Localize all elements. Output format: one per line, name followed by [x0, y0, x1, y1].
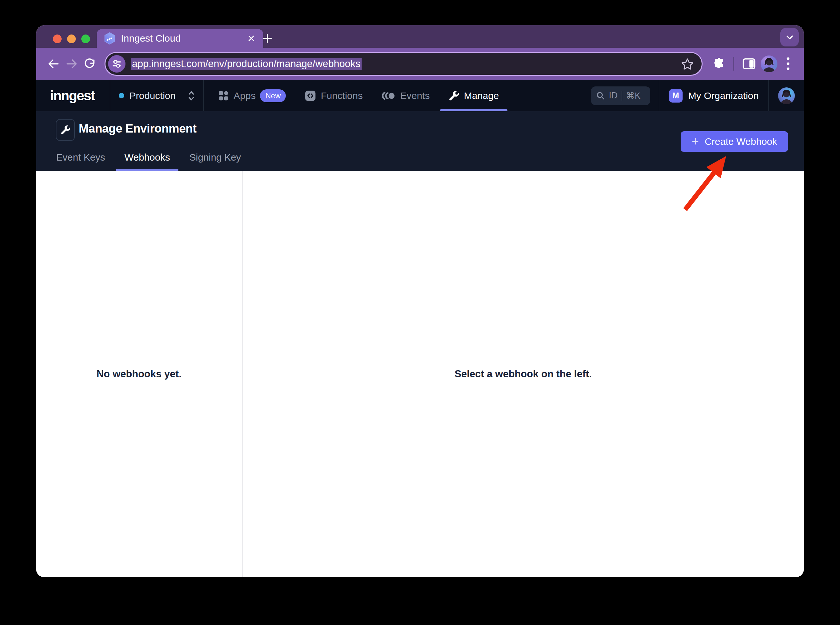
nav-item-apps[interactable]: Apps New: [218, 80, 286, 111]
organization-badge: M: [669, 89, 683, 103]
nav-item-manage[interactable]: Manage: [448, 80, 499, 111]
functions-code-icon: [305, 90, 316, 102]
bookmark-star-icon[interactable]: [680, 57, 695, 71]
manage-wrench-icon: [448, 90, 459, 101]
extensions-puzzle-icon[interactable]: [710, 56, 726, 72]
nav-item-events[interactable]: Events: [381, 80, 430, 111]
tab-search-chevron-button[interactable]: [780, 28, 799, 47]
search-divider: [622, 91, 622, 101]
tab-title: Inngest Cloud: [121, 33, 241, 44]
manage-environment-header: Manage Environment Event Keys Webhooks S…: [36, 111, 804, 171]
create-webhook-label: Create Webhook: [705, 136, 777, 147]
browser-menu-icon[interactable]: [781, 56, 795, 72]
page-tabs: Event Keys Webhooks Signing Key: [48, 145, 252, 171]
organization-name: My Organization: [688, 90, 759, 101]
browser-toolbar: app.inngest.com/env/production/manage/we…: [36, 48, 804, 80]
user-avatar[interactable]: [778, 87, 795, 104]
tab-webhooks[interactable]: Webhooks: [116, 145, 178, 171]
url-bar[interactable]: app.inngest.com/env/production/manage/we…: [104, 52, 703, 76]
new-badge: New: [260, 89, 286, 102]
environment-wrench-icon: [56, 119, 75, 141]
user-section: [769, 80, 804, 111]
apps-grid-icon: [218, 90, 229, 101]
close-window-button[interactable]: [53, 34, 62, 43]
inngest-logo[interactable]: inngest: [50, 88, 95, 104]
organization-switcher[interactable]: M My Organization: [660, 80, 768, 111]
forward-button[interactable]: [62, 55, 81, 73]
environment-name: Production: [129, 90, 183, 101]
search-shortcut-button[interactable]: ID ⌘K: [591, 86, 650, 105]
zoom-window-button[interactable]: [81, 34, 90, 43]
events-ripple-icon: [381, 91, 395, 101]
environment-status-dot: [119, 93, 124, 98]
browser-tab-strip: Inngest Cloud: [36, 25, 804, 48]
search-icon: [596, 91, 605, 100]
toolbar-divider: [733, 57, 734, 71]
url-text[interactable]: app.inngest.com/env/production/manage/we…: [131, 58, 362, 70]
nav-item-label: Manage: [464, 90, 499, 101]
app-navbar: inngest Production: [36, 80, 804, 111]
logo-section: inngest: [36, 80, 110, 111]
select-webhook-message: Select a webhook on the left.: [454, 368, 592, 380]
webhook-detail-panel: Select a webhook on the left.: [243, 171, 804, 577]
url-selected-text: app.inngest.com/env/production/manage/we…: [131, 58, 362, 70]
create-webhook-button[interactable]: + Create Webhook: [681, 131, 788, 152]
nav-items: Apps New Functions: [204, 80, 591, 111]
nav-item-functions[interactable]: Functions: [305, 80, 362, 111]
webhooks-list-panel: No webhooks yet.: [36, 171, 243, 577]
window-controls: [53, 34, 90, 43]
minimize-window-button[interactable]: [67, 34, 76, 43]
back-button[interactable]: [45, 55, 62, 73]
nav-item-label: Apps: [233, 90, 255, 101]
site-settings-icon[interactable]: [108, 55, 126, 73]
search-section: ID ⌘K: [591, 80, 659, 111]
browser-tab[interactable]: Inngest Cloud: [97, 29, 263, 48]
close-tab-icon[interactable]: [246, 34, 256, 43]
tab-signing-key[interactable]: Signing Key: [181, 145, 249, 171]
search-id-label: ID: [609, 91, 618, 101]
browser-window: Inngest Cloud: [36, 25, 804, 577]
nav-item-label: Functions: [320, 90, 362, 101]
browser-profile-avatar[interactable]: [761, 56, 778, 72]
plus-icon: +: [692, 135, 699, 148]
environment-chevrons-icon: [188, 90, 195, 101]
webhooks-content: No webhooks yet. Select a webhook on the…: [36, 171, 804, 577]
tab-event-keys[interactable]: Event Keys: [48, 145, 114, 171]
webhooks-empty-message: No webhooks yet.: [96, 368, 182, 380]
toolbar-right-cluster: [710, 56, 795, 72]
reload-button[interactable]: [81, 55, 99, 73]
nav-item-label: Events: [400, 90, 430, 101]
search-shortcut-label: ⌘K: [626, 91, 641, 101]
favicon-inngest-icon: [104, 32, 115, 45]
side-panel-icon[interactable]: [740, 56, 758, 72]
page-title: Manage Environment: [79, 122, 196, 135]
new-tab-button[interactable]: [259, 30, 276, 47]
screenshot-stage: Inngest Cloud: [0, 0, 840, 625]
environment-selector[interactable]: Production: [110, 80, 203, 111]
